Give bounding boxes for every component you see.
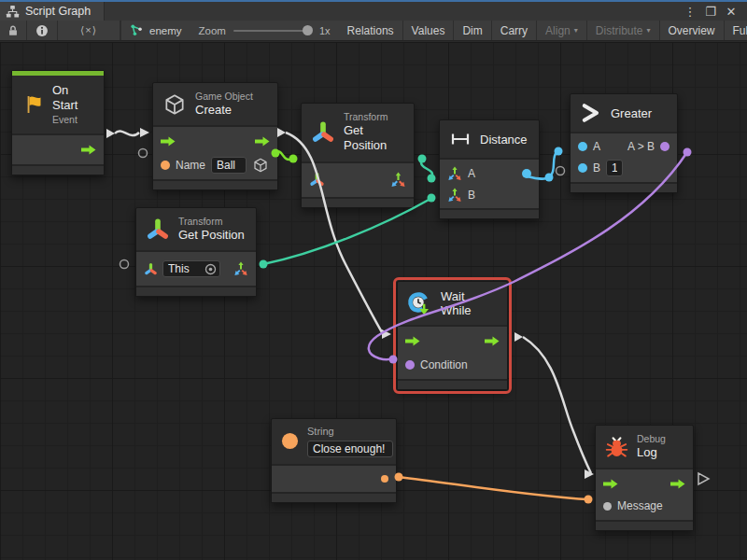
distribute-dropdown[interactable]: Distribute▾: [587, 21, 660, 40]
greater-than-icon: [580, 102, 602, 124]
unconnected-port-ring[interactable]: [557, 167, 565, 175]
close-button[interactable]: ✕: [723, 3, 740, 20]
relations-button[interactable]: Relations: [339, 21, 403, 40]
carry-button[interactable]: Carry: [492, 21, 537, 40]
wire-endpoint: [260, 260, 268, 269]
name-input-port[interactable]: [161, 161, 170, 170]
exec-input-port[interactable]: [405, 336, 420, 346]
zoom-slider[interactable]: [233, 30, 312, 32]
string-icon: [281, 432, 299, 450]
node-title: Distance: [480, 133, 528, 147]
unconnected-exec-triangle[interactable]: [698, 473, 709, 484]
node-footer: [12, 164, 104, 175]
tab-title: Script Graph: [25, 5, 91, 18]
zoom-slider-handle[interactable]: [303, 25, 313, 35]
wire-exec-onstart-create[interactable]: [115, 131, 139, 135]
node-subtitle: Event: [52, 114, 94, 126]
fullscreen-button[interactable]: Full Screen: [725, 21, 747, 40]
code-preview-button[interactable]: ⟨×⟩: [58, 21, 120, 40]
chevron-down-icon: ▾: [574, 26, 578, 35]
wire-vector-getposition-distance-a[interactable]: [421, 159, 432, 177]
zoom-control: Zoom 1x: [190, 21, 339, 40]
exec-output-port[interactable]: [670, 479, 685, 489]
graph-canvas[interactable]: On Start Event Game Object Create: [0, 42, 747, 560]
lock-button[interactable]: [0, 21, 27, 40]
zoom-label: Zoom: [199, 25, 226, 36]
unconnected-port-ring[interactable]: [139, 149, 148, 158]
object-picker-icon[interactable]: [204, 263, 217, 275]
node-get-position-this[interactable]: Transform Get Position: [135, 207, 257, 297]
string-output-port[interactable]: [381, 475, 388, 483]
transform-input-port[interactable]: [144, 262, 158, 276]
exec-output-port[interactable]: [255, 136, 270, 147]
exec-output-port[interactable]: [485, 336, 500, 346]
node-title: Greater: [611, 106, 652, 120]
string-value-field[interactable]: [307, 441, 393, 457]
dim-button[interactable]: Dim: [454, 21, 491, 40]
values-button[interactable]: Values: [403, 21, 455, 40]
transform-icon: [146, 217, 170, 242]
overview-button[interactable]: Overview: [660, 21, 725, 40]
node-debug-log[interactable]: Debug Log Message: [595, 425, 694, 531]
cube-icon: [162, 92, 187, 117]
script-graph-icon: [6, 5, 20, 19]
distance-output-port[interactable]: [522, 169, 531, 178]
graph-toolbar: ⟨×⟩ enemy Zoom 1x Relations Values Dim C…: [0, 21, 747, 41]
transform-input-port[interactable]: [309, 172, 325, 188]
wire-vector-getposition-distance-b[interactable]: [263, 199, 430, 264]
condition-input-port[interactable]: [405, 360, 415, 370]
node-footer: [153, 179, 277, 189]
wire-end-arrow: [140, 128, 149, 137]
wire-exec-waitwhile-log[interactable]: [523, 337, 591, 473]
vector3-output-port[interactable]: [233, 261, 248, 276]
name-value-field[interactable]: [211, 157, 247, 174]
port-label: B: [593, 161, 600, 175]
wire-start-arrow: [514, 332, 523, 342]
greater-input-port-b[interactable]: [578, 163, 587, 173]
b-value-field[interactable]: [606, 160, 623, 176]
exec-input-port[interactable]: [161, 136, 176, 147]
greater-output-port[interactable]: [660, 142, 669, 151]
wire-start-arrow: [277, 128, 286, 137]
node-footer: [398, 379, 507, 389]
greater-input-port-a[interactable]: [578, 142, 587, 151]
vector3-output-port[interactable]: [390, 172, 406, 188]
node-distance[interactable]: Distance A B: [439, 119, 540, 219]
node-string-literal[interactable]: String: [271, 418, 397, 503]
wire-endpoint: [684, 148, 692, 157]
graph-reference[interactable]: enemy: [121, 21, 190, 40]
node-get-position-enemy[interactable]: Transform Get Position: [301, 103, 415, 208]
wire-endpoint: [428, 194, 436, 203]
transform-icon: [311, 120, 335, 145]
align-dropdown[interactable]: Align▾: [537, 21, 587, 40]
game-object-type-icon: [252, 157, 269, 174]
vector3-input-port-a[interactable]: [447, 166, 462, 181]
info-icon: [35, 24, 49, 37]
node-create-game-object[interactable]: Game Object Create Name: [152, 82, 278, 190]
node-title: String: [307, 426, 393, 439]
window-menu-button[interactable]: ⋮: [682, 3, 698, 20]
info-button[interactable]: [27, 21, 58, 40]
wire-string-log-message[interactable]: [399, 477, 587, 499]
wire-end-arrow: [382, 329, 391, 339]
vector3-input-port-b[interactable]: [447, 188, 462, 203]
wire-endpoint: [585, 496, 593, 504]
port-label: B: [468, 189, 475, 202]
tab-script-graph[interactable]: Script Graph: [0, 2, 105, 21]
script-graph-window: Script Graph ⋮ ❐ ✕ ⟨×⟩ enemy Zoom 1x Rel…: [0, 0, 747, 560]
node-category: Transform: [344, 111, 404, 123]
unconnected-port-ring[interactable]: [120, 260, 129, 269]
node-footer: [136, 286, 256, 296]
node-greater[interactable]: Greater A A > B B: [570, 93, 678, 193]
node-on-start[interactable]: On Start Event: [11, 70, 105, 175]
node-footer: [596, 520, 693, 530]
maximize-button[interactable]: ❐: [702, 3, 719, 20]
exec-input-port[interactable]: [603, 479, 618, 489]
message-input-port[interactable]: [603, 502, 612, 511]
node-title: Log: [637, 445, 666, 460]
code-icon: ⟨×⟩: [80, 24, 97, 36]
node-wait-while[interactable]: Wait While Condition: [397, 281, 508, 390]
wire-start-arrow: [106, 129, 115, 138]
exec-output-port[interactable]: [81, 145, 96, 155]
node-footer: [302, 197, 414, 207]
